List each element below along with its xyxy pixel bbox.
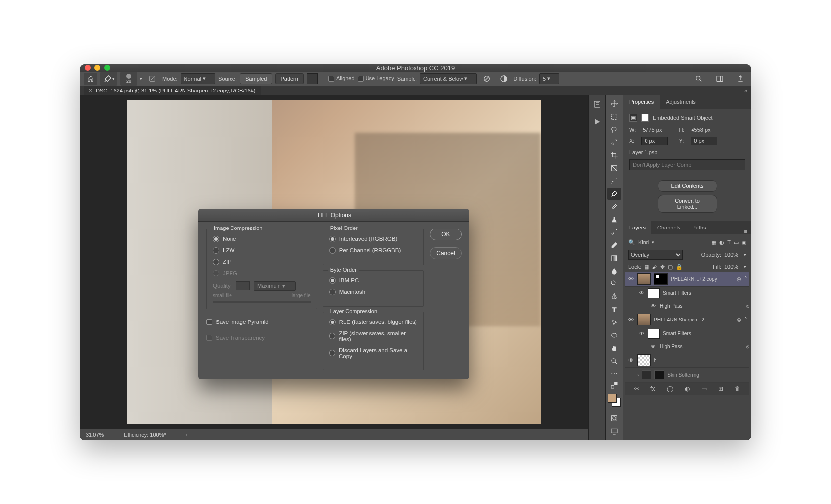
aligned-checkbox[interactable] (328, 76, 334, 82)
path-selection-tool[interactable] (607, 317, 621, 328)
gradient-tool[interactable] (607, 252, 621, 264)
blur-tool[interactable] (607, 265, 621, 277)
share-button[interactable] (734, 73, 747, 85)
ok-button[interactable]: OK (430, 229, 462, 240)
tab-properties[interactable]: Properties (623, 95, 660, 109)
source-sampled-button[interactable]: Sampled (240, 73, 272, 84)
window-minimize-button[interactable] (94, 65, 100, 71)
rle-radio[interactable] (329, 319, 336, 325)
filter-visibility-toggle[interactable]: 👁 (650, 303, 657, 309)
clone-stamp-tool[interactable] (607, 214, 621, 226)
new-layer-button[interactable]: ⊞ (718, 385, 723, 392)
frame-tool[interactable] (607, 162, 621, 174)
opacity-input[interactable]: 100% (724, 252, 741, 258)
crop-tool[interactable] (607, 149, 621, 161)
pen-tool[interactable] (607, 291, 621, 303)
source-pattern-button[interactable]: Pattern (275, 73, 303, 84)
save-image-pyramid-checkbox[interactable] (206, 319, 212, 325)
brush-preset[interactable]: 28 (120, 72, 137, 86)
filter-smart-icon[interactable]: ▣ (741, 239, 746, 246)
diffusion-select[interactable]: 5 ▾ (539, 73, 559, 84)
add-mask-button[interactable]: ◯ (667, 385, 673, 392)
layers-panel-menu[interactable]: ≡ (744, 229, 751, 234)
lasso-tool[interactable] (607, 124, 621, 136)
healing-brush-tool[interactable] (607, 188, 621, 200)
foreground-color-swatch[interactable] (608, 394, 617, 403)
layer-mask-thumbnail[interactable] (654, 273, 668, 285)
layer-row[interactable]: 👁 h (625, 353, 749, 368)
tab-channels[interactable]: Channels (651, 221, 686, 234)
layer-row[interactable]: 👁 PHLEARN ...+2 copy ◎ ˄ (625, 272, 749, 287)
hand-tool[interactable] (607, 342, 621, 354)
window-zoom-button[interactable] (104, 65, 110, 71)
eraser-tool[interactable] (607, 239, 621, 251)
screen-mode-button[interactable] (607, 425, 621, 437)
eyedropper-tool[interactable] (607, 175, 621, 187)
edit-contents-button[interactable]: Edit Contents (658, 180, 717, 192)
use-legacy-checkbox[interactable] (358, 76, 364, 82)
fill-input[interactable]: 100% (724, 264, 741, 270)
layer-visibility-toggle[interactable]: 👁 (627, 276, 634, 282)
filter-visibility-toggle[interactable]: 👁 (638, 290, 645, 296)
pressure-size-button[interactable] (497, 73, 510, 85)
ibm-pc-radio[interactable] (329, 277, 336, 284)
dodge-tool[interactable] (607, 278, 621, 290)
quick-mask-button[interactable] (607, 412, 621, 424)
y-input[interactable]: 0 px (691, 137, 717, 145)
smart-filters-badge-icon[interactable]: ◎ (737, 317, 741, 323)
discard-layers-radio[interactable] (329, 350, 335, 356)
per-channel-radio[interactable] (329, 247, 336, 254)
new-adjustment-button[interactable]: ◐ (685, 385, 690, 392)
layer-visibility-toggle[interactable]: 👁 (627, 317, 634, 322)
document-tab[interactable]: × DSC_1624.psb @ 31.1% (PHLEARN Sharpen … (84, 86, 261, 95)
actions-play-icon[interactable] (593, 118, 601, 126)
layer-filter-item[interactable]: 👁 High Pass ⎋ (625, 340, 749, 353)
home-button[interactable] (84, 73, 97, 85)
zoom-percentage[interactable]: 31.07% (86, 432, 104, 438)
quick-selection-tool[interactable] (607, 137, 621, 148)
layer-smart-filters-row[interactable]: 👁 Smart Filters (625, 287, 749, 300)
filter-type-icon[interactable]: T (727, 239, 731, 246)
tab-adjustments[interactable]: Adjustments (660, 95, 702, 109)
brush-settings-button[interactable] (145, 73, 159, 85)
filter-blending-icon[interactable]: ⎋ (746, 303, 749, 309)
ignore-adjustment-toggle[interactable] (480, 73, 494, 85)
link-layers-button[interactable]: ⚯ (634, 385, 639, 392)
filter-visibility-toggle[interactable]: 👁 (638, 331, 645, 336)
new-group-button[interactable]: ▭ (701, 385, 707, 392)
lock-position-icon[interactable]: ✥ (660, 264, 665, 270)
efficiency-display[interactable]: Efficiency: 100%* (124, 432, 166, 438)
compression-zip-radio[interactable] (213, 259, 219, 265)
layer-thumbnail[interactable] (637, 273, 651, 285)
pattern-picker[interactable] (307, 73, 318, 84)
x-input[interactable]: 0 px (641, 137, 668, 145)
move-tool[interactable] (607, 98, 621, 110)
expand-toggle-icon[interactable]: ˄ (744, 276, 747, 282)
filter-visibility-toggle[interactable]: 👁 (650, 344, 657, 349)
tool-preset-picker[interactable]: ▾ (100, 72, 117, 86)
layer-row[interactable]: 👁 PHLEARN Sharpen +2 ◎ ˄ (625, 313, 749, 327)
color-swatches[interactable] (608, 394, 621, 407)
tab-layers[interactable]: Layers (623, 221, 651, 234)
tabbar-collapse-icon[interactable]: « (744, 88, 751, 93)
search-button[interactable] (692, 73, 706, 85)
compression-none-radio[interactable] (213, 236, 219, 242)
lock-artboard-icon[interactable]: ▢ (668, 264, 673, 270)
layer-comp-select[interactable]: Don't Apply Layer Comp (629, 159, 745, 170)
filter-shape-icon[interactable]: ▭ (734, 239, 739, 246)
filter-mask-thumbnail[interactable] (648, 329, 660, 339)
edit-toolbar-button[interactable]: ⋯ (607, 368, 621, 380)
filter-mask-thumbnail[interactable] (648, 288, 660, 298)
layer-filter-item[interactable]: 👁 High Pass ⎋ (625, 300, 749, 313)
properties-panel-menu[interactable]: ≡ (744, 103, 751, 109)
cancel-button[interactable]: Cancel (430, 247, 462, 259)
layer-visibility-toggle[interactable]: 👁 (627, 357, 634, 363)
type-tool[interactable] (607, 304, 621, 316)
mode-select[interactable]: Normal ▾ (181, 73, 216, 84)
brush-tool[interactable] (607, 201, 621, 213)
layer-smart-filters-row[interactable]: 👁 Smart Filters (625, 327, 749, 340)
smart-filters-badge-icon[interactable]: ◎ (737, 276, 741, 282)
layer-style-button[interactable]: fx (650, 385, 655, 392)
workspace-button[interactable] (713, 73, 727, 85)
filter-pixel-icon[interactable]: ▦ (711, 239, 716, 246)
